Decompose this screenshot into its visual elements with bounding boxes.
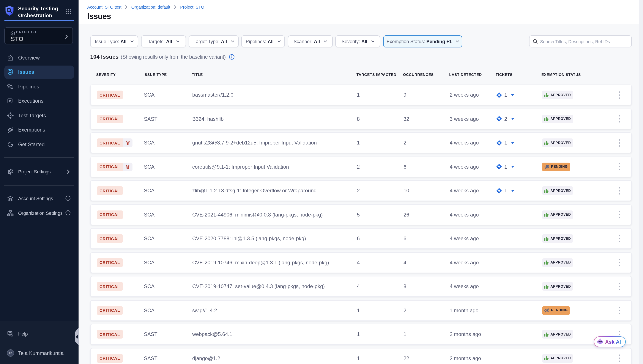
targets-impacted-cell: 1 [357, 348, 360, 364]
table-row[interactable]: CRITICALSCAcoreutils@9.1-1: Improper Inp… [90, 156, 632, 177]
ticket-dropdown[interactable]: 1 [496, 92, 514, 98]
sidebar-item-exemptions[interactable]: Exemptions [4, 123, 74, 136]
ask-ai-button[interactable]: Ask AI [594, 336, 626, 347]
filter-target-type[interactable]: Target Type: All [189, 35, 239, 48]
sidebar-item-test-targets[interactable]: Test Targets [4, 109, 74, 122]
breadcrumb-link[interactable]: Account: STO test [87, 4, 122, 9]
targets-impacted-cell: 1 [357, 85, 360, 105]
sidebar-item-organization-settings[interactable]: Organization Settings [4, 206, 74, 220]
table-row[interactable]: CRITICALSCAgnutls28@3.7.9-2+deb12u5: Imp… [90, 132, 632, 153]
occurrences-cell: 6 [403, 228, 406, 248]
kebab-menu-button[interactable] [617, 90, 622, 100]
ticket-dropdown[interactable]: 1 [496, 164, 514, 170]
breadcrumb-link[interactable]: Organization: default [131, 4, 170, 9]
module-grid-icon[interactable] [66, 8, 71, 16]
filter-value: All [120, 39, 127, 44]
row-menu-cell [617, 228, 622, 248]
status-label: APPROVED [550, 93, 571, 97]
thumbs-up-icon [544, 236, 549, 241]
sidebar-item-executions[interactable]: Executions [4, 94, 74, 108]
sidebar-item-pipelines[interactable]: Pipelines [4, 80, 74, 93]
scrollbar-gutter[interactable] [639, 0, 643, 364]
table-row[interactable]: CRITICALSASTwebpack@5.64.1112 months ago… [90, 324, 632, 344]
status-label: PENDING [551, 308, 568, 312]
breadcrumb: Account: STO testOrganization: defaultPr… [87, 4, 204, 9]
target-icon [7, 112, 14, 119]
divider [4, 186, 74, 186]
sidebar-item-overview[interactable]: Overview [4, 51, 74, 64]
table-row[interactable]: CRITICALSASTB324: hashlib8323 weeks ago … [90, 108, 632, 129]
table-row[interactable]: CRITICALSCAbassmaster//1.2.0192 weeks ag… [90, 84, 632, 105]
kebab-menu-button[interactable] [617, 161, 622, 172]
gear-icon [7, 168, 14, 175]
severity-cell: CRITICAL [97, 205, 123, 224]
table-row[interactable]: CRITICALSCACVE-2019-10746: mixin-deep@1.… [90, 252, 632, 273]
info-icon[interactable] [65, 195, 71, 201]
last-detected-cell: 4 weeks ago [450, 252, 479, 272]
sidebar-user[interactable]: TK Teja Kummarikuntla [4, 346, 74, 360]
filter-scanner[interactable]: Scanner: All [288, 35, 333, 48]
sidebar-item-account-settings[interactable]: Account Settings [4, 192, 74, 205]
pipelines-icon [7, 83, 14, 90]
sidebar-item-help[interactable]: Help [4, 327, 74, 340]
filter-label: Issue Type: All [95, 39, 127, 44]
table-row[interactable]: CRITICALSCACVE-2021-44906: minimist@0.0.… [90, 204, 632, 225]
table-row[interactable]: CRITICALSASTdjango@1.21222 months agoAPP… [90, 348, 632, 364]
severity-badge: CRITICAL [97, 162, 132, 171]
kebab-menu-button[interactable] [617, 353, 622, 364]
status-label: APPROVED [550, 356, 571, 360]
issues-count-note: (Showing results only from the baseline … [121, 54, 226, 60]
kebab-menu-button[interactable] [617, 114, 622, 124]
kebab-menu-button[interactable] [617, 233, 622, 244]
filter-targets[interactable]: Targets: All [141, 35, 186, 48]
ticket-dropdown[interactable]: 1 [496, 188, 514, 194]
sidebar-item-get-started[interactable]: Get Started [4, 138, 74, 151]
kebab-menu-button[interactable] [617, 257, 622, 268]
info-icon[interactable] [229, 54, 235, 60]
filter-label: Pipelines: All [246, 39, 274, 44]
exemption-status-cell: APPROVED [542, 85, 573, 105]
sidebar-item-issues[interactable]: Issues [4, 65, 74, 79]
ticket-dropdown[interactable]: 2 [496, 116, 514, 122]
kebab-menu-button[interactable] [617, 137, 622, 148]
project-selector[interactable]: PROJECT STO [4, 27, 73, 44]
filter-severity[interactable]: Severity: All [336, 35, 380, 48]
title-cell: webpack@5.64.1 [192, 324, 232, 344]
kebab-menu-button[interactable] [617, 281, 622, 292]
filter-pipelines[interactable]: Pipelines: All [241, 35, 285, 48]
severity-badge: CRITICAL [97, 90, 123, 99]
targets-impacted-cell: 5 [357, 205, 360, 224]
ticket-count: 1 [504, 164, 507, 170]
issue-type-cell: SCA [144, 205, 155, 224]
table-row[interactable]: CRITICALSCAswig//1.4.2121 month agoPENDI… [90, 300, 632, 321]
severity-label: CRITICAL [97, 234, 123, 243]
severity-badge: CRITICAL [97, 282, 123, 291]
table-row[interactable]: CRITICALSCACVE-2019-10747: set-value@0.4… [90, 276, 632, 297]
search-input[interactable] [540, 39, 628, 44]
status-badge-approved: APPROVED [542, 354, 573, 362]
chevron-down-icon [230, 39, 235, 44]
sidebar-item-label: Exemptions [18, 127, 45, 133]
info-icon[interactable] [65, 210, 71, 216]
table-row[interactable]: CRITICALSCAzlib@1:1.2.13.dfsg-1: Integer… [90, 180, 632, 201]
title-cell: CVE-2019-10747: set-value@0.4.3 (lang-pk… [192, 276, 325, 296]
severity-label: CRITICAL [97, 210, 123, 219]
project-name: STO [11, 35, 24, 42]
row-menu-cell [617, 252, 622, 272]
sidebar-item-project-settings[interactable]: Project Settings [4, 165, 74, 178]
last-detected-cell: 1 month ago [450, 300, 478, 320]
kebab-menu-button[interactable] [617, 185, 622, 196]
title-cell: CVE-2019-10746: mixin-deep@1.3.1 (lang-p… [192, 252, 329, 272]
main-content: Account: STO testOrganization: defaultPr… [79, 0, 643, 364]
row-menu-cell [617, 348, 622, 364]
exemption-status-cell: APPROVED [542, 205, 573, 224]
kebab-menu-button[interactable] [617, 305, 622, 316]
status-label: APPROVED [550, 141, 571, 145]
filter-issue-type[interactable]: Issue Type: All [90, 35, 138, 48]
table-row[interactable]: CRITICALSCACVE-2020-7788: ini@1.3.5 (lan… [90, 228, 632, 249]
breadcrumb-link[interactable]: Project: STO [180, 4, 204, 9]
kebab-menu-button[interactable] [617, 209, 622, 220]
table-header: SEVERITYISSUE TYPETITLETARGETS IMPACTEDO… [79, 72, 643, 79]
ticket-dropdown[interactable]: 1 [496, 140, 514, 146]
filter-exemption-status[interactable]: Exemption Status: Pending +1 [383, 35, 462, 48]
